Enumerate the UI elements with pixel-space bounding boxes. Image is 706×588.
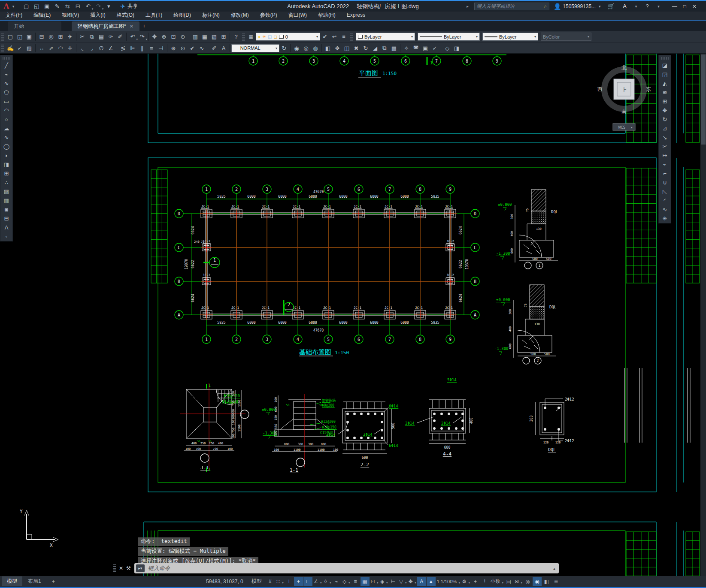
point-style-icon[interactable]: ◦ bbox=[2, 232, 11, 241]
layer-translate-icon[interactable]: ▨ bbox=[24, 43, 34, 53]
lineweight-combo[interactable]: ByLayer ▾ bbox=[482, 33, 538, 41]
dim-jogline-icon[interactable]: ∿ bbox=[197, 43, 206, 53]
toolbar-grip[interactable] bbox=[1, 44, 4, 52]
insert-block-icon[interactable]: ◨ bbox=[2, 160, 11, 169]
revcloud-icon[interactable]: ☁ bbox=[2, 124, 11, 133]
extend-icon[interactable]: ↦ bbox=[660, 151, 670, 160]
qsave-button[interactable]: ▣ bbox=[42, 2, 52, 11]
layer-vp-freeze-icon[interactable]: ◱ bbox=[268, 34, 272, 39]
erase-icon[interactable]: ◪ bbox=[660, 61, 670, 70]
units-button[interactable]: 小数 bbox=[490, 577, 504, 586]
menu-express[interactable]: Express bbox=[341, 11, 371, 20]
break-at-point-icon[interactable]: ⌁ bbox=[660, 160, 670, 169]
grid-toggle[interactable]: # bbox=[266, 577, 275, 586]
array-icon[interactable]: ⊞ bbox=[660, 97, 670, 106]
maximize-button[interactable]: □ bbox=[683, 3, 686, 9]
open-icon[interactable]: ◱ bbox=[15, 32, 24, 42]
dim-arclength-icon[interactable]: ◠ bbox=[56, 43, 65, 53]
circle-icon[interactable]: ○ bbox=[2, 115, 11, 124]
annotation-add-scales-toggle[interactable]: + bbox=[471, 577, 480, 586]
isolate-objects-button[interactable]: ◎ bbox=[523, 577, 532, 586]
color-face-icon[interactable]: ▩ bbox=[389, 43, 399, 53]
menu-view[interactable]: 视图(V) bbox=[56, 11, 85, 20]
layer-combo[interactable]: ● ☀ ◱ ◻ 0 ▾ bbox=[256, 33, 320, 41]
dim-linear-icon[interactable]: ↔ bbox=[37, 43, 46, 53]
help-menu-icon[interactable]: ? bbox=[642, 2, 652, 11]
layer-on-icon[interactable]: ● bbox=[258, 34, 261, 39]
dim-inspect-icon[interactable]: ✔ bbox=[188, 43, 197, 53]
command-expand-icon[interactable]: ▴ bbox=[553, 566, 555, 571]
qdim-icon[interactable]: ≶ bbox=[118, 43, 128, 53]
shell-icon[interactable]: ▣ bbox=[421, 43, 430, 53]
autocad-logo-icon[interactable]: A bbox=[0, 2, 11, 11]
model-tab[interactable]: 模型 bbox=[2, 576, 22, 586]
layer-states-icon[interactable]: ≡ bbox=[339, 32, 348, 42]
color-combo[interactable]: ByLayer ▾ bbox=[356, 33, 415, 41]
layer-lock-icon[interactable]: ◻ bbox=[273, 34, 277, 39]
properties-icon[interactable]: ▥ bbox=[191, 32, 200, 42]
recent-commands-icon[interactable]: ▸▾ bbox=[136, 564, 145, 572]
undo-button[interactable]: ↶ bbox=[83, 2, 93, 11]
plot-icon[interactable]: ⊟ bbox=[37, 32, 46, 42]
menu-help[interactable]: 帮助(H) bbox=[312, 11, 341, 20]
ellipse-arc-icon[interactable]: ◗ bbox=[2, 151, 11, 160]
command-bar-grip[interactable] bbox=[113, 564, 116, 572]
annotation-scale-button[interactable]: 1:1/100% bbox=[436, 577, 461, 586]
separate-icon[interactable]: ◚ bbox=[411, 43, 421, 53]
table-icon[interactable]: ⊟ bbox=[2, 214, 11, 223]
dim-baseline-icon[interactable]: ⊫ bbox=[128, 43, 137, 53]
selection-cycling-toggle[interactable]: ⊡ bbox=[370, 577, 379, 586]
hatch-icon[interactable]: ▨ bbox=[2, 187, 11, 196]
model-space-button[interactable]: 模型 bbox=[248, 577, 265, 586]
workspace-switch-button[interactable]: ⚙ bbox=[461, 577, 470, 586]
toolbar-grip[interactable] bbox=[1, 33, 4, 41]
etransmit-icon[interactable]: ✈ bbox=[65, 32, 75, 42]
polar-tracking-toggle[interactable]: ∠ bbox=[313, 577, 322, 586]
offset-icon[interactable]: ≋ bbox=[660, 88, 670, 97]
transparency-toggle[interactable]: ▦ bbox=[361, 577, 370, 586]
menu-format[interactable]: 格式(O) bbox=[111, 11, 140, 20]
mtext-icon[interactable]: A bbox=[2, 223, 11, 232]
close-button[interactable]: ✕ bbox=[692, 3, 697, 9]
menu-parametric[interactable]: 参数(P) bbox=[255, 11, 283, 20]
new-tab-button[interactable]: + bbox=[139, 21, 149, 31]
wcs-button[interactable] bbox=[613, 124, 635, 130]
designcenter-icon[interactable]: ▦ bbox=[200, 32, 209, 42]
dim-space-icon[interactable]: ≡ bbox=[147, 43, 156, 53]
dynamic-ucs-toggle[interactable]: ⊢ bbox=[389, 577, 398, 586]
extract-edges-icon[interactable]: ◇ bbox=[442, 43, 452, 53]
plot-button[interactable]: ⊟ bbox=[73, 2, 82, 11]
autodesk-a-icon[interactable]: A bbox=[620, 2, 630, 11]
quick-properties-toggle[interactable]: ▤ bbox=[504, 577, 513, 586]
search-input[interactable]: 键入关键字或短语 ⌕ bbox=[474, 3, 549, 10]
toolbar-grip[interactable] bbox=[661, 57, 669, 60]
matchprop-icon[interactable]: ✑ bbox=[106, 32, 115, 42]
polyline-icon[interactable]: ∿ bbox=[2, 79, 11, 88]
center-mark-icon[interactable]: ⊙ bbox=[178, 43, 188, 53]
break-icon[interactable]: ⌐ bbox=[660, 169, 670, 178]
menu-dimension[interactable]: 标注(N) bbox=[197, 11, 225, 20]
ortho-toggle[interactable]: ∟ bbox=[303, 577, 312, 586]
gradient-icon[interactable]: ▥ bbox=[2, 196, 11, 205]
menu-insert[interactable]: 插入(I) bbox=[85, 11, 111, 20]
toolbar-grip[interactable] bbox=[350, 33, 353, 41]
zoom-realtime-icon[interactable]: ⊕ bbox=[159, 32, 169, 42]
menu-edit[interactable]: 编辑(E) bbox=[28, 11, 56, 20]
dim-break-icon[interactable]: ⊣ bbox=[156, 43, 166, 53]
qnew-button[interactable]: ▢ bbox=[21, 2, 31, 11]
app-menu-arrow-icon[interactable]: ▾ bbox=[12, 4, 15, 9]
rotate-icon[interactable]: ↻ bbox=[660, 115, 670, 124]
tolerance-icon[interactable]: ⊕ bbox=[169, 43, 178, 53]
paste-icon[interactable]: ▤ bbox=[97, 32, 106, 42]
redo-button[interactable]: ↷ bbox=[94, 2, 103, 11]
account-menu[interactable]: 👤 1505999135... ▾ bbox=[554, 3, 602, 10]
clean-screen-toggle[interactable]: ◧ bbox=[542, 577, 551, 586]
stretch-icon[interactable]: ↘ bbox=[660, 133, 670, 142]
layout1-tab[interactable]: 布局1 bbox=[23, 576, 46, 586]
solid-subtract-icon[interactable]: ◎ bbox=[301, 43, 311, 53]
menu-window[interactable]: 窗口(W) bbox=[283, 11, 312, 20]
zoom-previous-icon[interactable]: ⊙ bbox=[178, 32, 188, 42]
pan-icon[interactable]: ✥ bbox=[150, 32, 159, 42]
mirror-icon[interactable]: ◭ bbox=[660, 79, 670, 88]
annotation-autoscale-toggle[interactable]: ▲ bbox=[427, 577, 436, 586]
